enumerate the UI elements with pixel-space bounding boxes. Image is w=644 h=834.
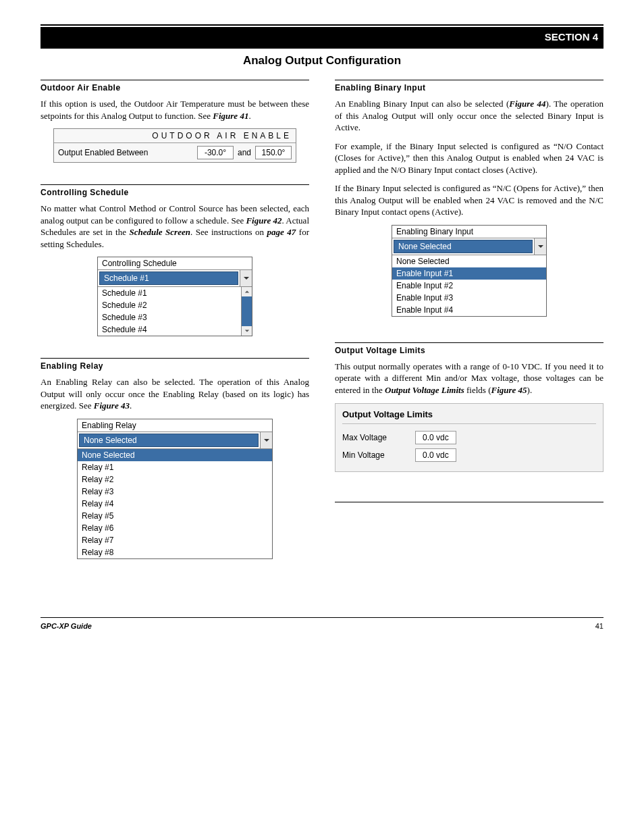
section-heading-binary: Enabling Binary Input (335, 83, 603, 93)
ovl-panel-title: Output Voltage Limits (342, 409, 596, 419)
section-heading-ovl: Output Voltage Limits (335, 346, 603, 355)
ovl-paragraph: This output normally operates with a ran… (335, 361, 603, 396)
binary-dd-item[interactable]: Enable Input #3 (392, 292, 546, 304)
schedule-dd-item[interactable]: Schedule #4 (98, 323, 241, 336)
schedule-dropdown[interactable]: Controlling Schedule Schedule #1 Schedul… (97, 257, 252, 336)
scroll-up-icon[interactable] (242, 287, 252, 296)
section-tab: SECTION 4 (545, 31, 598, 43)
oae-high-input[interactable]: 150.0° (255, 146, 292, 159)
oae-panel-title: OUTDOOR AIR ENABLE (54, 129, 296, 143)
relay-dd-item[interactable]: Relay #7 (78, 534, 272, 546)
relay-dd-list: None Selected Relay #1 Relay #2 Relay #3… (78, 449, 272, 558)
scroll-down-icon[interactable] (242, 326, 252, 336)
chevron-down-icon[interactable] (240, 270, 252, 286)
binary-dd-item[interactable]: Enable Input #2 (392, 280, 546, 292)
relay-dd-item[interactable]: None Selected (78, 449, 272, 461)
oae-paragraph: If this option is used, the Outdoor Air … (41, 98, 309, 122)
oae-panel: OUTDOOR AIR ENABLE Output Enabled Betwee… (53, 128, 296, 163)
binary-dd-header: Enabling Binary Input (392, 226, 546, 238)
relay-dd-item[interactable]: Relay #1 (78, 461, 272, 473)
left-column: Outdoor Air Enable If this option is use… (41, 78, 309, 577)
schedule-dd-item[interactable]: Schedule #1 (98, 287, 241, 299)
schedule-dd-header: Controlling Schedule (98, 257, 252, 270)
binary-dd-item[interactable]: Enable Input #4 (392, 304, 546, 316)
schedule-dd-item[interactable]: Schedule #3 (98, 311, 241, 323)
min-voltage-input[interactable]: 0.0 vdc (415, 448, 456, 462)
oae-and-label: and (238, 148, 251, 157)
relay-dd-header: Enabling Relay (78, 419, 272, 432)
chevron-down-icon[interactable] (260, 432, 272, 448)
schedule-paragraph: No matter what Control Method or Control… (41, 203, 309, 250)
schedule-dd-list: Schedule #1 Schedule #2 Schedule #3 Sche… (98, 287, 241, 336)
section-heading-relay: Enabling Relay (41, 361, 309, 371)
oae-enable-label: Output Enabled Between (58, 148, 193, 157)
binary-paragraph-3: If the Binary Input selected is configur… (335, 182, 603, 218)
page-footer: GPC-XP Guide 41 (41, 617, 603, 630)
relay-dd-item[interactable]: Relay #4 (78, 498, 272, 510)
binary-dropdown[interactable]: Enabling Binary Input None Selected None… (392, 225, 547, 317)
relay-dd-item[interactable]: Relay #8 (78, 546, 272, 558)
relay-dd-item[interactable]: Relay #3 (78, 486, 272, 498)
ovl-panel: Output Voltage Limits Max Voltage 0.0 vd… (335, 403, 603, 472)
right-column: Enabling Binary Input An Enabling Binary… (335, 78, 603, 577)
schedule-dd-selected[interactable]: Schedule #1 (99, 271, 238, 285)
max-voltage-label: Max Voltage (342, 433, 403, 442)
binary-dd-item[interactable]: None Selected (392, 255, 546, 267)
footer-page-number: 41 (595, 622, 603, 630)
scroll-track[interactable] (242, 296, 252, 326)
relay-dd-item[interactable]: Relay #6 (78, 522, 272, 534)
binary-paragraph-2: For example, if the Binary Input selecte… (335, 140, 603, 176)
relay-dropdown[interactable]: Enabling Relay None Selected None Select… (77, 419, 273, 559)
relay-dd-selected[interactable]: None Selected (79, 434, 259, 447)
schedule-dd-item[interactable]: Schedule #2 (98, 299, 241, 311)
footer-doc-title: GPC-XP Guide (41, 622, 92, 630)
chevron-down-icon[interactable] (534, 238, 546, 255)
binary-dd-item[interactable]: Enable Input #1 (392, 267, 546, 280)
header-bar: SECTION 4 (41, 27, 603, 49)
binary-dd-list: None Selected Enable Input #1 Enable Inp… (392, 255, 546, 316)
section-heading-schedule: Controlling Schedule (41, 188, 309, 197)
scrollbar[interactable] (241, 287, 252, 336)
relay-dd-item[interactable]: Relay #2 (78, 473, 272, 486)
page-title: Analog Output Configuration (41, 54, 603, 68)
relay-dd-item[interactable]: Relay #5 (78, 510, 272, 522)
binary-paragraph-1: An Enabling Binary Input can also be sel… (335, 98, 603, 134)
oae-low-input[interactable]: -30.0° (197, 146, 234, 159)
max-voltage-input[interactable]: 0.0 vdc (415, 431, 456, 444)
section-heading-oae: Outdoor Air Enable (41, 83, 309, 93)
relay-paragraph: An Enabling Relay can also be selected. … (41, 376, 309, 412)
min-voltage-label: Min Voltage (342, 450, 403, 460)
binary-dd-selected[interactable]: None Selected (394, 240, 533, 253)
